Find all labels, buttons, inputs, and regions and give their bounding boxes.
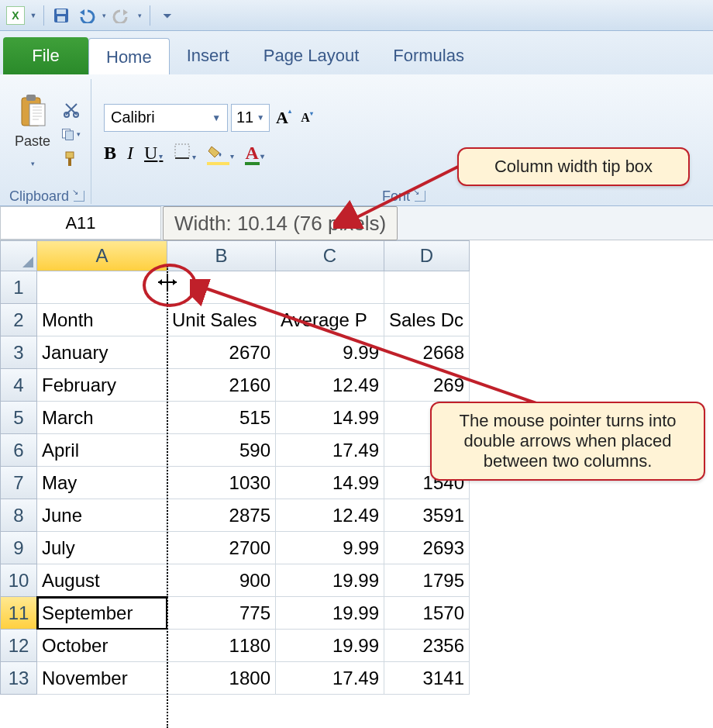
- qat-dropdown-icon[interactable]: ▼: [29, 5, 37, 26]
- cell[interactable]: March: [37, 402, 167, 434]
- format-painter-button[interactable]: [60, 149, 82, 169]
- row-header[interactable]: 10: [0, 564, 37, 597]
- row-header[interactable]: 13: [0, 662, 37, 695]
- cell[interactable]: 1570: [384, 597, 470, 630]
- cell[interactable]: 2875: [167, 499, 276, 532]
- fill-color-button[interactable]: ▾: [207, 143, 234, 164]
- cell[interactable]: November: [37, 662, 167, 695]
- row-header[interactable]: 3: [0, 336, 37, 369]
- cell[interactable]: February: [37, 369, 167, 402]
- font-color-button[interactable]: A▾: [245, 143, 264, 164]
- tab-page-layout[interactable]: Page Layout: [246, 37, 377, 74]
- tab-formulas[interactable]: Formulas: [376, 37, 481, 74]
- tab-insert[interactable]: Insert: [170, 37, 246, 74]
- file-tab[interactable]: File: [3, 37, 88, 74]
- font-dialog-launcher[interactable]: [415, 191, 425, 202]
- cell[interactable]: 3141: [384, 662, 470, 695]
- paste-dropdown-icon[interactable]: ▾: [29, 153, 36, 174]
- row-header[interactable]: 1: [0, 271, 37, 304]
- copy-button[interactable]: ▾: [60, 124, 82, 144]
- column-header-a[interactable]: A: [37, 240, 167, 271]
- underline-button[interactable]: U▾: [144, 143, 163, 164]
- cell[interactable]: 12.49: [276, 499, 384, 532]
- grow-font-button[interactable]: A▴: [273, 107, 294, 129]
- border-button[interactable]: ▾: [174, 143, 196, 164]
- cell[interactable]: 1030: [167, 467, 276, 499]
- cell[interactable]: Unit Sales: [167, 304, 276, 336]
- clipboard-dialog-launcher[interactable]: [74, 191, 84, 202]
- redo-dropdown-icon[interactable]: ▾: [136, 5, 143, 26]
- select-all-corner[interactable]: [0, 240, 37, 271]
- cut-button[interactable]: [60, 99, 82, 119]
- row-header[interactable]: 7: [0, 467, 37, 499]
- cell[interactable]: 19.99: [276, 564, 384, 597]
- cell[interactable]: 269: [384, 369, 470, 402]
- undo-dropdown-icon[interactable]: ▾: [100, 5, 108, 26]
- customize-qat-icon[interactable]: ⏷: [157, 5, 178, 26]
- cell[interactable]: 590: [167, 434, 276, 467]
- row-header[interactable]: 5: [0, 402, 37, 434]
- cell[interactable]: 2668: [384, 336, 470, 369]
- shrink-font-button[interactable]: A▾: [296, 107, 318, 129]
- cell[interactable]: [276, 271, 384, 304]
- undo-button[interactable]: [75, 5, 97, 26]
- row-header[interactable]: 11: [0, 597, 37, 630]
- cell[interactable]: 19.99: [276, 597, 384, 630]
- cell[interactable]: 14.99: [276, 402, 384, 434]
- cell[interactable]: [37, 271, 167, 304]
- cell[interactable]: 2670: [167, 336, 276, 369]
- cell-selected[interactable]: September: [37, 597, 167, 630]
- cell[interactable]: April: [37, 434, 167, 467]
- row-header[interactable]: 4: [0, 369, 37, 402]
- svg-rect-11: [68, 158, 71, 166]
- cell[interactable]: [167, 271, 276, 304]
- cell[interactable]: 2693: [384, 532, 470, 564]
- column-header-c[interactable]: C: [276, 240, 384, 271]
- cell[interactable]: 9.99: [276, 336, 384, 369]
- ribbon-tabs: File Home Insert Page Layout Formulas: [0, 31, 713, 74]
- row-header[interactable]: 2: [0, 304, 37, 336]
- cell[interactable]: 1795: [384, 564, 470, 597]
- row-header[interactable]: 6: [0, 434, 37, 467]
- cell[interactable]: 12.49: [276, 369, 384, 402]
- cell[interactable]: Month: [37, 304, 167, 336]
- cell[interactable]: 14.99: [276, 467, 384, 499]
- italic-button[interactable]: I: [127, 143, 133, 164]
- bold-button[interactable]: B: [104, 143, 116, 164]
- cell[interactable]: June: [37, 499, 167, 532]
- cell[interactable]: May: [37, 467, 167, 499]
- cell[interactable]: 775: [167, 597, 276, 630]
- tab-home[interactable]: Home: [88, 38, 170, 75]
- cell[interactable]: [384, 271, 470, 304]
- font-name-combo[interactable]: Calibri▼: [104, 104, 228, 132]
- cell[interactable]: 3591: [384, 499, 470, 532]
- row-header[interactable]: 8: [0, 499, 37, 532]
- row-header[interactable]: 9: [0, 532, 37, 564]
- save-button[interactable]: [50, 5, 72, 26]
- font-size-combo[interactable]: 11▼: [231, 104, 270, 132]
- paste-button[interactable]: Paste ▾: [9, 93, 56, 174]
- cell[interactable]: 1800: [167, 662, 276, 695]
- column-header-b[interactable]: B: [167, 240, 276, 271]
- cell[interactable]: 9.99: [276, 532, 384, 564]
- cell[interactable]: 2700: [167, 532, 276, 564]
- cell[interactable]: 17.49: [276, 662, 384, 695]
- cell[interactable]: January: [37, 336, 167, 369]
- redo-button[interactable]: [111, 5, 133, 26]
- cell[interactable]: 1180: [167, 630, 276, 662]
- row-header[interactable]: 12: [0, 630, 37, 662]
- name-box[interactable]: A11: [0, 206, 161, 240]
- cell[interactable]: 19.99: [276, 630, 384, 662]
- cell[interactable]: 2160: [167, 369, 276, 402]
- cell[interactable]: 900: [167, 564, 276, 597]
- cell[interactable]: Sales Dc: [384, 304, 470, 336]
- cell[interactable]: August: [37, 564, 167, 597]
- cell[interactable]: Average P: [276, 304, 384, 336]
- cell[interactable]: October: [37, 630, 167, 662]
- excel-app-icon[interactable]: X: [5, 5, 26, 26]
- cell[interactable]: 515: [167, 402, 276, 434]
- cell[interactable]: July: [37, 532, 167, 564]
- cell[interactable]: 17.49: [276, 434, 384, 467]
- cell[interactable]: 2356: [384, 630, 470, 662]
- column-header-d[interactable]: D: [384, 240, 470, 271]
